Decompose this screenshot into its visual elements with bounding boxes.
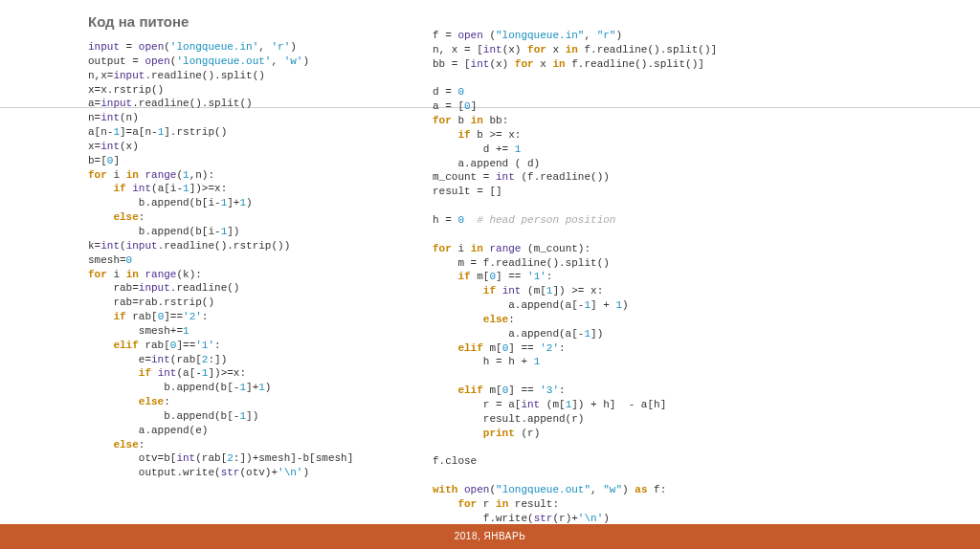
code-column-left: input = open('longqueue.in', 'r') output… xyxy=(88,40,385,526)
slide-title: Код на питоне xyxy=(88,13,189,30)
footer: 2018, ЯНВАРЬ xyxy=(0,524,980,549)
code-container: input = open('longqueue.in', 'r') output… xyxy=(88,40,942,526)
code-column-right: f = open ("longqueue.in", "r") n, x = [i… xyxy=(433,29,815,526)
